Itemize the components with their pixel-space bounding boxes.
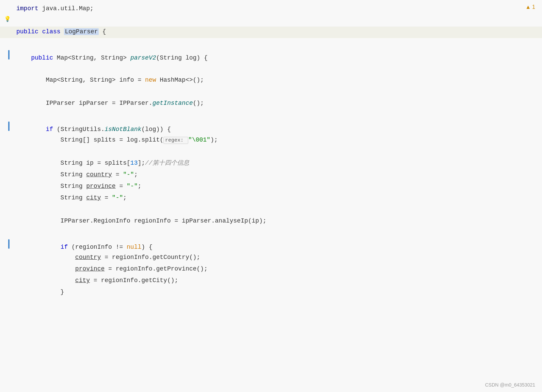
kw-if-1: if: [46, 126, 53, 133]
string-dash-2: "-": [127, 183, 138, 190]
keyword-class: class: [42, 28, 61, 35]
line-content-1: import java.util.Map;: [14, 4, 542, 14]
code-line-21: if (regionInfo != null) {: [0, 239, 542, 252]
code-line-19: IPParser.RegionInfo regionInfo = ipParse…: [0, 216, 542, 227]
code-line-22: country = regionInfo.getCountry();: [0, 252, 542, 264]
code-line-5: public Map<String, String> parseV2(Strin…: [0, 50, 542, 63]
line-content-3: public class LogParser {: [14, 27, 542, 37]
keyword-import: import: [16, 5, 38, 12]
line-content-7: Map<String, String> info = new HashMap<>…: [14, 75, 542, 85]
class-name-highlight: LogParser: [64, 28, 98, 35]
code-line-17: String city = "-";: [0, 193, 542, 204]
gutter-2: 💡: [0, 15, 14, 24]
line-content-10: [14, 110, 542, 120]
line-content-9: IPParser ipParser = IPParser.getInstance…: [14, 98, 542, 108]
line-content-19: IPParser.RegionInfo regionInfo = ipParse…: [14, 216, 542, 226]
string-001: "\001": [188, 136, 210, 143]
csdn-watermark: CSDN @m0_64353021: [485, 381, 535, 389]
code-line-3: public class LogParser {: [0, 27, 542, 38]
line-content-4: [14, 38, 542, 48]
code-line-20: [0, 227, 542, 239]
line-content-14: String ip = splits[13];//第十四个信息: [14, 158, 542, 168]
gutter-21: [0, 239, 14, 249]
tooltip-regex: regex:: [163, 137, 188, 144]
kw-public-2: public: [31, 54, 53, 61]
line-content-13: [14, 147, 542, 157]
line-content-18: [14, 205, 542, 214]
code-line-7: Map<String, String> info = new HashMap<>…: [0, 75, 542, 86]
string-dash-1: "-": [123, 171, 134, 178]
line-content-21: if (regionInfo != null) {: [14, 242, 542, 252]
kw-new-1: new: [145, 77, 156, 83]
var-city-assign: city: [75, 277, 90, 284]
line-content-17: String city = "-";: [14, 193, 542, 203]
bulb-icon[interactable]: 💡: [4, 15, 11, 24]
line-content-5: public Map<String, String> parseV2(Strin…: [14, 53, 542, 63]
code-editor: ▲ 1 import java.util.Map; 💡 public class…: [0, 0, 542, 392]
code-line-18: [0, 204, 542, 216]
line-content-22: country = regionInfo.getCountry();: [14, 252, 542, 262]
var-country-decl: country: [86, 171, 112, 178]
code-line-25: }: [0, 287, 542, 298]
code-line-13: [0, 146, 542, 158]
code-line-14: String ip = splits[13];//第十四个信息: [0, 158, 542, 169]
var-province-decl: province: [86, 183, 115, 190]
kw-null: null: [127, 244, 141, 250]
method-isnotblank: isNotBlank: [105, 126, 141, 133]
line-content-20: [14, 228, 542, 238]
keyword-public: public: [16, 28, 38, 35]
line-content-16: String province = "-";: [14, 181, 542, 191]
var-province-assign: province: [75, 265, 105, 272]
comment-14: //第十四个信息: [145, 160, 189, 166]
line-content-11: if (StringUtils.isNotBlank(log)) {: [14, 125, 542, 134]
line-content-25: }: [14, 287, 542, 297]
method-getinstance: getInstance: [153, 100, 193, 107]
line-content-6: [14, 64, 542, 74]
code-line-15: String country = "-";: [0, 169, 542, 181]
number-13: 13: [130, 160, 138, 166]
code-line-2: 💡: [0, 15, 542, 27]
line-content-23: province = regionInfo.getProvince();: [14, 264, 542, 274]
string-dash-3: "-": [112, 194, 123, 201]
code-line-1: import java.util.Map;: [0, 3, 542, 15]
var-country-assign: country: [75, 254, 101, 261]
code-line-23: province = regionInfo.getProvince();: [0, 264, 542, 275]
method-parsev2: parseV2: [130, 54, 156, 61]
code-line-16: String province = "-";: [0, 181, 542, 193]
gutter-11: [0, 121, 14, 131]
line-content-12: String[] splits = log.split(regex: "\001…: [14, 135, 542, 145]
code-line-12: String[] splits = log.split(regex: "\001…: [0, 135, 542, 146]
code-line-6: [0, 63, 542, 75]
code-line-10: [0, 110, 542, 121]
kw-if-2: if: [61, 244, 68, 250]
code-line-11: if (StringUtils.isNotBlank(log)) {: [0, 121, 542, 135]
line-content-15: String country = "-";: [14, 170, 542, 180]
line-content-8: [14, 87, 542, 97]
code-line-8: [0, 86, 542, 98]
line-content-24: city = regionInfo.getCity();: [14, 276, 542, 285]
var-city-decl: city: [86, 194, 101, 201]
code-line-9: IPParser ipParser = IPParser.getInstance…: [0, 98, 542, 110]
gutter-5: [0, 50, 14, 60]
code-line-24: city = regionInfo.getCity();: [0, 275, 542, 287]
code-line-4: [0, 38, 542, 50]
